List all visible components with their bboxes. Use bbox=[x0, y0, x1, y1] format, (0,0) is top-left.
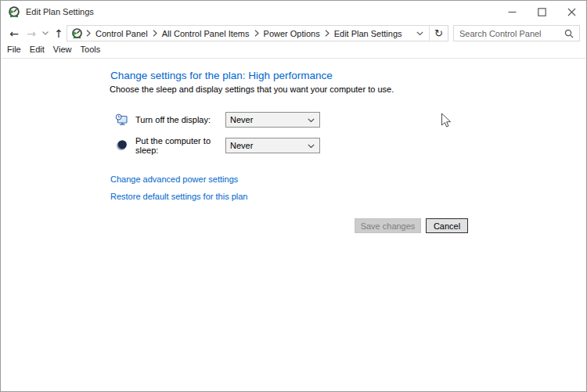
close-button[interactable] bbox=[556, 1, 586, 23]
breadcrumb-all-control-panel-items[interactable]: All Control Panel Items bbox=[160, 29, 251, 38]
close-icon bbox=[567, 8, 576, 16]
restore-default-settings-link[interactable]: Restore default settings for this plan bbox=[110, 192, 247, 201]
chevron-down-icon bbox=[308, 118, 315, 123]
window-title: Edit Plan Settings bbox=[26, 7, 94, 16]
setting-row-display: Turn off the display: Never bbox=[115, 112, 320, 128]
breadcrumb-edit-plan-settings[interactable]: Edit Plan Settings bbox=[333, 29, 404, 38]
search-box bbox=[453, 25, 580, 41]
forward-arrow-icon: → bbox=[27, 27, 36, 40]
breadcrumb-control-panel[interactable]: Control Panel bbox=[94, 29, 149, 38]
page-subtitle: Choose the sleep and display settings th… bbox=[110, 85, 394, 94]
recent-pages-button[interactable] bbox=[40, 23, 51, 43]
address-bar[interactable]: Control Panel All Control Panel Items Po… bbox=[67, 25, 448, 41]
change-advanced-power-settings-link[interactable]: Change advanced power settings bbox=[110, 174, 238, 184]
setting-row-sleep: Put the computer to sleep: Never bbox=[115, 138, 320, 153]
titlebar: Edit Plan Settings bbox=[1, 1, 586, 23]
dropdown-selected-value: Never bbox=[226, 141, 253, 150]
cancel-button[interactable]: Cancel bbox=[426, 218, 468, 233]
dropdown-selected-value: Never bbox=[226, 115, 253, 124]
sleep-timeout-dropdown[interactable]: Never bbox=[225, 138, 320, 153]
power-options-gauge-icon bbox=[71, 27, 83, 39]
back-button[interactable]: ← bbox=[5, 23, 23, 43]
menu-file[interactable]: File bbox=[4, 43, 24, 56]
content-area: Change settings for the plan: High perfo… bbox=[1, 59, 586, 391]
maximize-icon bbox=[538, 8, 546, 16]
menu-view[interactable]: View bbox=[50, 43, 75, 56]
mouse-cursor-arrow bbox=[441, 113, 452, 129]
navigation-bar: ← → ↑ Control Panel All Control Panel It… bbox=[1, 23, 586, 43]
breadcrumb-chevron-icon bbox=[325, 30, 330, 37]
breadcrumb-chevron-icon bbox=[153, 30, 157, 37]
breadcrumb-power-options[interactable]: Power Options bbox=[262, 29, 322, 38]
chevron-down-icon bbox=[416, 31, 423, 36]
up-button[interactable]: ↑ bbox=[51, 23, 67, 43]
chevron-down-icon bbox=[308, 144, 315, 149]
display-clock-icon bbox=[115, 113, 128, 126]
save-changes-button[interactable]: Save changes bbox=[355, 218, 421, 233]
refresh-icon: ↻ bbox=[434, 27, 443, 39]
chevron-down-icon bbox=[42, 31, 49, 35]
up-arrow-icon: ↑ bbox=[54, 27, 63, 40]
display-timeout-dropdown[interactable]: Never bbox=[225, 112, 320, 128]
edit-plan-settings-window: Edit Plan Settings ← → ↑ bbox=[0, 0, 587, 392]
setting-label: Turn off the display: bbox=[135, 115, 225, 124]
search-icon[interactable] bbox=[564, 29, 574, 38]
minimize-button[interactable] bbox=[497, 1, 527, 23]
address-dropdown-button[interactable] bbox=[410, 26, 429, 41]
menu-edit[interactable]: Edit bbox=[27, 43, 48, 56]
minimize-icon bbox=[508, 8, 517, 16]
page-title: Change settings for the plan: High perfo… bbox=[110, 70, 333, 81]
menu-tools[interactable]: Tools bbox=[77, 43, 104, 56]
breadcrumb-chevron-icon bbox=[254, 30, 259, 37]
maximize-button[interactable] bbox=[527, 1, 556, 23]
window-controls bbox=[497, 1, 586, 23]
sleep-moon-icon bbox=[115, 139, 128, 152]
back-arrow-icon: ← bbox=[9, 27, 19, 40]
breadcrumb-chevron-icon bbox=[86, 30, 91, 37]
forward-button[interactable]: → bbox=[23, 23, 39, 43]
setting-label: Put the computer to sleep: bbox=[135, 136, 225, 155]
search-input[interactable] bbox=[454, 29, 564, 38]
power-options-gauge-icon bbox=[8, 5, 20, 18]
refresh-button[interactable]: ↻ bbox=[430, 26, 448, 41]
menu-bar: File Edit View Tools bbox=[1, 43, 586, 58]
